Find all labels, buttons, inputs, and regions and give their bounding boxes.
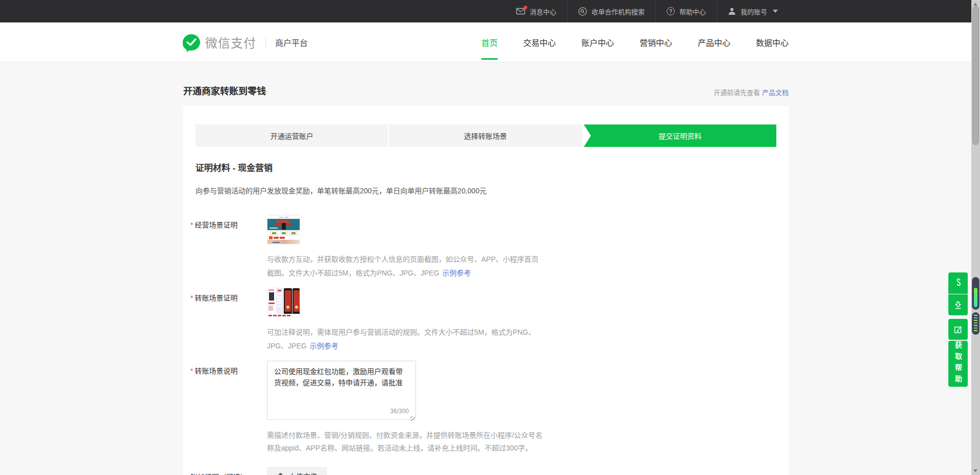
account-icon xyxy=(728,7,736,15)
section-subtitle: 向参与营销活动的用户发放现金奖励，单笔转账最高200元，单日向单用户转账最高20… xyxy=(195,187,776,195)
divider xyxy=(265,37,266,48)
wechat-pay-logo-icon xyxy=(183,34,200,51)
field-description: 需描述付款场景、营销/分销规则、付款资金来源，并提供转账场景所在小程序/公众号名… xyxy=(267,429,544,455)
example-link[interactable]: 示例参考 xyxy=(310,342,338,350)
scrollbar-down-arrow[interactable] xyxy=(973,469,977,472)
scene-note-wrapper: 公司使用现金红包功能，激励用户观看带货视频，促进交易，特申请开通，请批准 36/… xyxy=(267,361,416,422)
field-label: *经营场景证明 xyxy=(190,215,267,280)
field-description: 可加注释说明，需体现用户参与营销活动的规则。文件大小不超过5M，格式为PNG、J… xyxy=(267,326,544,353)
nav-item-data[interactable]: 数据中心 xyxy=(756,22,789,62)
upload-icon xyxy=(277,472,284,475)
example-link[interactable]: 示例参考 xyxy=(443,269,471,277)
proof-form: *经营场景证明 与收款方互动，并获取收款方授权个人信息的页面截图，如公众号、AP… xyxy=(195,215,776,475)
transfer-scene-thumbnail[interactable] xyxy=(267,288,300,317)
page-head: 开通商家转账到零钱 开通前请先查看产品文档 xyxy=(183,86,789,97)
nav-item-transactions[interactable]: 交易中心 xyxy=(523,22,556,62)
upload-button-label: 上传文件 xyxy=(289,471,317,475)
topbar-item-label: 消息中心 xyxy=(530,7,556,16)
topbar: 消息中心 收单合作机构搜索 ? 帮助中心 我的账号 xyxy=(0,0,980,22)
notice-text: 开通前请先查看 xyxy=(714,89,760,96)
required-mark: * xyxy=(190,294,193,302)
extension-striped-widget xyxy=(972,312,979,335)
brand-logo[interactable]: 微信支付 商户平台 xyxy=(183,22,308,62)
form-row-transfer-scene-note: *转账场景说明 公司使用现金红包功能，激励用户观看带货视频，促进交易，特申请开通… xyxy=(195,361,776,455)
required-mark: * xyxy=(190,367,193,375)
step-submit-proof: 提交证明资料 xyxy=(584,124,776,147)
scrollbar-thumb[interactable] xyxy=(972,6,979,145)
step-choose-scene: 选择转账场景 xyxy=(389,124,581,147)
notification-dot xyxy=(524,6,527,9)
main-card: 开通运营账户 选择转账场景 提交证明资料 证明材料 - 现金营销 向参与营销活动… xyxy=(183,106,789,475)
float-toolbar: 获取帮助 xyxy=(948,272,968,387)
search-icon xyxy=(578,7,587,16)
required-mark: * xyxy=(190,221,193,229)
field-description: 与收款方互动，并获取收款方授权个人信息的页面截图，如公众号、APP、小程序首页截… xyxy=(267,253,544,280)
download-icon xyxy=(953,301,963,310)
topbar-item-my-account[interactable]: 我的账号 xyxy=(717,0,789,22)
scrollbar xyxy=(971,0,980,475)
topbar-item-acquirer-search[interactable]: 收单合作机构搜索 xyxy=(567,0,655,22)
field-content: 可加注释说明，需体现用户参与营销活动的规则。文件大小不超过5M，格式为PNG、J… xyxy=(267,288,553,353)
field-label: *转账场景证明 xyxy=(190,288,267,353)
section-title: 证明材料 - 现金营销 xyxy=(195,163,776,173)
step-open-account: 开通运营账户 xyxy=(195,124,388,147)
form-row-transfer-scene-proof: *转账场景证明 可加注释说明，需体现用户参与营销活动的规则。文件大小不超过5M，… xyxy=(195,288,776,353)
topbar-item-label: 我的账号 xyxy=(741,7,767,16)
topbar-item-label: 收单合作机构搜索 xyxy=(592,7,645,16)
header: 微信支付 商户平台 首页 交易中心 账户中心 营销中心 产品中心 数据中心 xyxy=(0,22,980,62)
message-icon xyxy=(516,8,525,15)
page: 消息中心 收单合作机构搜索 ? 帮助中心 我的账号 微信支付 xyxy=(0,0,980,475)
scrollbar-up-arrow[interactable] xyxy=(973,3,977,6)
upload-file-button[interactable]: 上传文件 xyxy=(267,467,327,475)
field-content: 与收款方互动，并获取收款方授权个人信息的页面截图，如公众号、APP、小程序首页截… xyxy=(267,215,553,280)
resize-handle-icon[interactable] xyxy=(410,416,415,421)
nav-item-marketing[interactable]: 营销中心 xyxy=(640,22,672,62)
help-icon: ? xyxy=(667,7,675,15)
main-nav: 首页 交易中心 账户中心 营销中心 产品中心 数据中心 xyxy=(481,22,789,62)
link-icon xyxy=(953,279,963,288)
download-button[interactable] xyxy=(948,294,968,315)
extension-gradient-widget xyxy=(972,277,979,310)
form-row-extra-proof: 附加证明（可选） 上传文件 xyxy=(195,467,776,475)
field-content: 公司使用现金红包功能，激励用户观看带货视频，促进交易，特申请开通，请批准 36/… xyxy=(267,361,553,455)
nav-item-products[interactable]: 产品中心 xyxy=(698,22,730,62)
page-notice: 开通前请先查看产品文档 xyxy=(714,87,789,97)
feedback-button[interactable] xyxy=(948,319,968,340)
edit-icon xyxy=(953,325,963,334)
field-content: 上传文件 xyxy=(267,467,553,475)
form-row-business-scene: *经营场景证明 与收款方互动，并获取收款方授权个人信息的页面截图，如公众号、AP… xyxy=(195,215,776,280)
chevron-down-icon xyxy=(773,10,778,13)
business-scene-thumbnail[interactable] xyxy=(267,215,300,244)
topbar-item-messages[interactable]: 消息中心 xyxy=(505,0,567,22)
page-title: 开通商家转账到零钱 xyxy=(183,86,266,97)
field-label: *转账场景说明 xyxy=(190,361,267,455)
nav-item-home[interactable]: 首页 xyxy=(481,22,498,62)
step-bar: 开通运营账户 选择转账场景 提交证明资料 xyxy=(195,124,776,147)
nav-item-account[interactable]: 账户中心 xyxy=(581,22,614,62)
topbar-item-label: 帮助中心 xyxy=(679,7,706,16)
share-link-button[interactable] xyxy=(948,272,968,294)
product-doc-link[interactable]: 产品文档 xyxy=(762,89,789,96)
get-help-button[interactable]: 获取帮助 xyxy=(948,341,968,387)
field-label: 附加证明（可选） xyxy=(190,467,267,475)
get-help-label: 获取帮助 xyxy=(953,341,963,386)
char-counter: 36/300 xyxy=(390,408,409,415)
portal-label: 商户平台 xyxy=(275,36,308,48)
brand-name: 微信支付 xyxy=(205,33,256,51)
topbar-item-help-center[interactable]: ? 帮助中心 xyxy=(655,0,717,22)
